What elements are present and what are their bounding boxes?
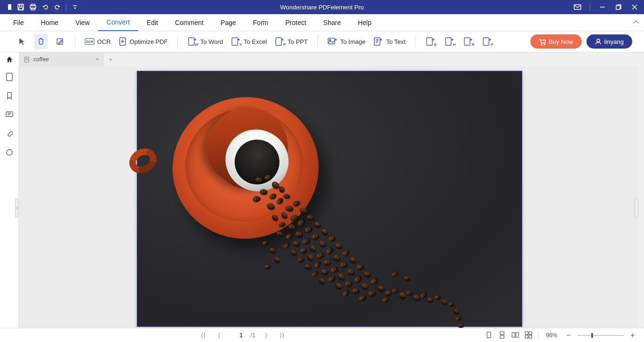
svg-rect-46: [525, 335, 528, 338]
search-icon[interactable]: [4, 147, 15, 158]
first-page-icon[interactable]: ⟨⟨: [198, 332, 208, 339]
excel-icon: X: [231, 37, 241, 46]
maximize-icon[interactable]: [613, 1, 624, 13]
next-page-icon[interactable]: ⟩: [262, 332, 270, 339]
canvas[interactable]: [19, 67, 644, 328]
svg-rect-7: [31, 8, 35, 10]
svg-rect-26: [464, 38, 470, 45]
export-p-icon: P: [482, 37, 492, 46]
svg-rect-45: [529, 332, 532, 334]
menu-home[interactable]: Home: [33, 14, 67, 31]
menu-comment[interactable]: Comment: [166, 14, 212, 31]
svg-rect-34: [7, 73, 12, 81]
separator: [590, 3, 590, 11]
menu-share[interactable]: Share: [315, 14, 349, 31]
tab-close-icon[interactable]: ×: [96, 56, 99, 63]
menu-form[interactable]: Form: [245, 14, 277, 31]
home-tab-icon[interactable]: [0, 52, 19, 67]
svg-rect-16: [232, 38, 238, 45]
ribbon-group-select: [7, 34, 75, 49]
two-page-continuous-icon[interactable]: [525, 331, 533, 340]
buy-now-button[interactable]: Buy Now: [530, 34, 582, 49]
menu-view[interactable]: View: [67, 14, 98, 31]
titlebar: Wondershare PDFelement Pro: [0, 0, 644, 14]
to-ppt-label: To PPT: [288, 38, 308, 45]
page-total: /1: [250, 332, 256, 339]
document-tab[interactable]: coffee ×: [19, 52, 104, 67]
select-tool-icon[interactable]: [16, 34, 29, 49]
view-controls: 96% − +: [485, 331, 644, 340]
zoom-slider[interactable]: [577, 335, 624, 336]
user-button[interactable]: linyang: [586, 34, 632, 49]
collapse-ribbon-icon[interactable]: [633, 19, 639, 26]
document-page[interactable]: [137, 71, 522, 327]
zoom-value[interactable]: 96%: [543, 332, 560, 339]
menu-protect[interactable]: Protect: [277, 14, 314, 31]
optimize-icon: [118, 37, 127, 46]
svg-rect-15: [189, 38, 194, 45]
attachments-icon[interactable]: [4, 128, 15, 139]
save-icon[interactable]: [15, 1, 26, 13]
svg-rect-42: [512, 333, 515, 337]
export-r-icon: R: [463, 37, 473, 46]
expand-left-panel-icon[interactable]: [15, 199, 19, 217]
customize-dropdown-icon[interactable]: [69, 1, 81, 13]
export-e-button[interactable]: E: [424, 34, 437, 49]
menu-help[interactable]: Help: [349, 14, 380, 31]
app-logo-icon[interactable]: [3, 1, 14, 13]
ocr-button[interactable]: OCR OCR: [84, 34, 112, 49]
export-h-button[interactable]: H: [443, 34, 456, 49]
last-page-icon[interactable]: ⟩⟩: [277, 332, 287, 339]
zoom-in-icon[interactable]: +: [629, 331, 636, 340]
ocr-icon: OCR: [85, 38, 94, 45]
undo-icon[interactable]: [40, 1, 51, 13]
svg-rect-3: [19, 4, 22, 6]
workarea: [0, 67, 644, 328]
to-word-button[interactable]: W To Word: [186, 34, 224, 49]
left-panel: [0, 67, 19, 328]
comments-icon[interactable]: [4, 109, 15, 120]
mail-icon[interactable]: [572, 1, 583, 13]
export-p-button[interactable]: P: [480, 34, 494, 49]
redo-icon[interactable]: [52, 1, 63, 13]
hand-tool-icon[interactable]: [34, 34, 48, 49]
page-input[interactable]: [230, 331, 244, 339]
export-r-button[interactable]: R: [462, 34, 475, 49]
optimize-button[interactable]: Optimize PDF: [117, 34, 169, 49]
optimize-label: Optimize PDF: [130, 38, 168, 45]
prev-page-icon[interactable]: ⟨: [215, 332, 223, 339]
bookmarks-icon[interactable]: [4, 90, 15, 101]
continuous-page-icon[interactable]: [498, 331, 507, 340]
to-ppt-button[interactable]: P To PPT: [273, 34, 309, 49]
single-page-icon[interactable]: [485, 331, 494, 340]
menubar: File Home View Convert Edit Comment Page…: [0, 14, 644, 31]
ribbon-group-convert: W To Word X To Excel P To PPT: [178, 34, 317, 49]
menu-edit[interactable]: Edit: [138, 14, 166, 31]
ribbon-right: Buy Now linyang: [530, 34, 637, 49]
menu-file[interactable]: File: [5, 14, 33, 31]
thumbnails-icon[interactable]: [4, 71, 15, 83]
close-icon[interactable]: [629, 1, 640, 13]
zoom-out-icon[interactable]: −: [565, 331, 572, 340]
svg-rect-8: [574, 5, 581, 9]
to-image-button[interactable]: To Image: [326, 34, 366, 49]
minimize-icon[interactable]: [597, 1, 608, 13]
print-icon[interactable]: [27, 1, 39, 13]
pdf-doc-icon: [24, 57, 30, 63]
to-excel-button[interactable]: X To Excel: [230, 34, 268, 49]
new-tab-button[interactable]: +: [104, 52, 118, 67]
expand-right-panel-icon[interactable]: [635, 199, 638, 217]
two-page-icon[interactable]: [512, 331, 520, 340]
vertical-scrollbar[interactable]: [638, 67, 644, 328]
buy-now-label: Buy Now: [549, 38, 573, 45]
menu-convert[interactable]: Convert: [98, 14, 138, 31]
svg-point-28: [541, 44, 542, 45]
user-icon: [595, 38, 602, 45]
svg-rect-1: [6, 4, 8, 10]
menu-page[interactable]: Page: [212, 14, 245, 31]
export-e-icon: E: [425, 37, 436, 46]
to-text-button[interactable]: To Text: [372, 34, 406, 49]
svg-rect-4: [19, 8, 23, 10]
ribbon: OCR OCR Optimize PDF W To Word X To Exce…: [0, 31, 644, 52]
edit-tool-icon[interactable]: [53, 34, 66, 49]
